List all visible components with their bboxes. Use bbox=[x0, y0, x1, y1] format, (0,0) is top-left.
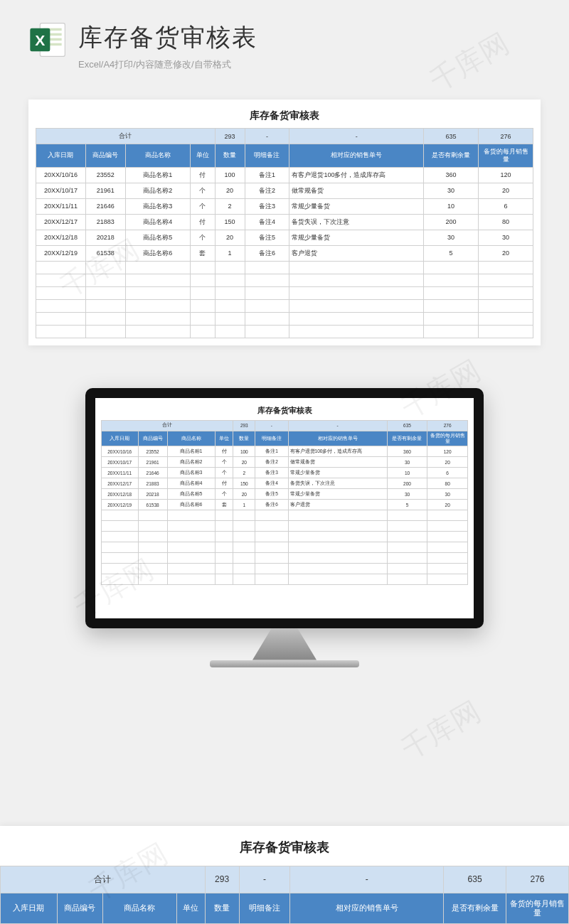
table-row: 20XX/11/1121646商品名称3个2备注3常规少量备货106 bbox=[102, 468, 468, 478]
cell-code: 20218 bbox=[138, 489, 167, 500]
cell-remain: 360 bbox=[424, 167, 479, 183]
table-row: 20XX/12/1721883商品名称4付150备注4备货失误，下次注意2008… bbox=[102, 478, 468, 489]
empty-row bbox=[102, 564, 468, 574]
h-name: 商品名称 bbox=[125, 144, 190, 168]
inventory-table-monitor: 合计 293 - - 635 276 入库日期 商品编号 商品名称 单位 数量 … bbox=[101, 420, 468, 586]
summary-sale: - bbox=[289, 129, 424, 144]
cell-date: 20XX/12/17 bbox=[36, 214, 86, 230]
cell-remain: 200 bbox=[424, 214, 479, 230]
sheet-title-monitor: 库存备货审核表 bbox=[101, 405, 468, 416]
cell-name: 商品名称5 bbox=[167, 489, 215, 500]
monitor-bezel: 库存备货审核表 合计 293 - - 635 276 入库日期 商品编号 商品名… bbox=[85, 388, 484, 628]
monitor-mockup: 库存备货审核表 合计 293 - - 635 276 入库日期 商品编号 商品名… bbox=[85, 388, 484, 667]
h-qty: 数量 bbox=[215, 144, 245, 168]
cell-note: 备注3 bbox=[255, 468, 288, 478]
cell-sale: 做常规备货 bbox=[288, 457, 387, 468]
cell-unit: 套 bbox=[190, 245, 215, 261]
cell-unit: 个 bbox=[215, 468, 233, 478]
empty-row bbox=[36, 325, 533, 338]
hero-header: X 库存备货审核表 Excel/A4打印/内容随意修改/自带格式 bbox=[0, 0, 569, 85]
empty-row bbox=[102, 510, 468, 521]
table-row: 20XX/10/1721961商品名称2个20备注2做常规备货3020 bbox=[102, 457, 468, 468]
empty-row bbox=[102, 542, 468, 553]
cell-name: 商品名称4 bbox=[167, 478, 215, 489]
cell-note: 备注6 bbox=[255, 500, 288, 510]
cell-qty: 20 bbox=[215, 230, 245, 245]
cell-monthly: 80 bbox=[479, 214, 533, 230]
table-row: 20XX/10/1623552商品名称1付100备注1有客户退货100多付，造成… bbox=[102, 446, 468, 457]
cell-unit: 个 bbox=[190, 230, 215, 245]
table-row: 20XX/11/1121646商品名称3个2备注3常规少量备货106 bbox=[36, 198, 533, 214]
cell-code: 21646 bbox=[85, 198, 125, 214]
cell-unit: 套 bbox=[215, 500, 233, 510]
cell-unit: 个 bbox=[215, 489, 233, 500]
cell-name: 商品名称2 bbox=[167, 457, 215, 468]
cell-monthly: 20 bbox=[427, 457, 468, 468]
cell-sale: 常规少量备货 bbox=[289, 230, 424, 245]
cell-name: 商品名称6 bbox=[167, 500, 215, 510]
empty-row bbox=[36, 274, 533, 286]
cell-note: 备注5 bbox=[245, 230, 289, 245]
cell-remain: 30 bbox=[424, 183, 479, 198]
cell-monthly: 20 bbox=[479, 245, 533, 261]
cell-sale: 做常规备货 bbox=[289, 183, 424, 198]
spreadsheet-card: 库存备货审核表 合计 293 - - 635 276 入库日期 商品编号 商品名… bbox=[28, 100, 541, 345]
cell-monthly: 20 bbox=[427, 500, 468, 510]
summary-remain: 635 bbox=[424, 129, 479, 144]
table-row: 20XX/12/1961538商品名称6套1备注6客户退货520 bbox=[102, 500, 468, 510]
cell-note: 备注4 bbox=[255, 478, 288, 489]
monitor-screen: 库存备货审核表 合计 293 - - 635 276 入库日期 商品编号 商品名… bbox=[95, 398, 474, 618]
table-row: 20XX/10/1721961商品名称2个20备注2做常规备货3020 bbox=[36, 183, 533, 198]
empty-row bbox=[36, 299, 533, 312]
cell-note: 备注4 bbox=[245, 214, 289, 230]
header-row: 入库日期 商品编号 商品名称 单位 数量 明细备注 相对应的销售单号 是否有剩余… bbox=[1, 893, 569, 923]
table-row: 20XX/12/1721883商品名称4付150备注4备货失误，下次注意2008… bbox=[36, 214, 533, 230]
cell-monthly: 30 bbox=[479, 230, 533, 245]
cell-unit: 付 bbox=[215, 478, 233, 489]
summary-note: - bbox=[245, 129, 289, 144]
cell-remain: 360 bbox=[387, 446, 427, 457]
summary-row: 合计 293 - - 635 276 bbox=[36, 129, 533, 144]
cell-note: 备注3 bbox=[245, 198, 289, 214]
cell-date: 20XX/12/18 bbox=[102, 489, 139, 500]
cell-monthly: 120 bbox=[479, 167, 533, 183]
cell-qty: 100 bbox=[233, 446, 255, 457]
cell-code: 23552 bbox=[138, 446, 167, 457]
empty-rows bbox=[36, 261, 533, 338]
cell-date: 20XX/12/19 bbox=[102, 500, 139, 510]
cell-code: 21646 bbox=[138, 468, 167, 478]
data-rows: 20XX/10/1623552商品名称1付100备注1有客户退货100多付，造成… bbox=[36, 167, 533, 261]
cell-sale: 有客户退货100多付，造成库存高 bbox=[289, 167, 424, 183]
cell-remain: 5 bbox=[424, 245, 479, 261]
cell-qty: 1 bbox=[233, 500, 255, 510]
cell-date: 20XX/10/16 bbox=[102, 446, 139, 457]
monitor-stand bbox=[252, 628, 317, 660]
cell-remain: 10 bbox=[424, 198, 479, 214]
cell-note: 备注5 bbox=[255, 489, 288, 500]
cell-qty: 1 bbox=[215, 245, 245, 261]
cell-code: 20218 bbox=[85, 230, 125, 245]
cell-date: 20XX/10/17 bbox=[36, 183, 86, 198]
summary-row: 合计 293 - - 635 276 bbox=[1, 866, 569, 893]
h-code: 商品编号 bbox=[85, 144, 125, 168]
cell-remain: 200 bbox=[387, 478, 427, 489]
data-rows: 20XX/10/1623552商品名称1付100备注1有客户退货100多付，造成… bbox=[102, 446, 468, 510]
cell-name: 商品名称6 bbox=[125, 245, 190, 261]
cell-name: 商品名称1 bbox=[125, 167, 190, 183]
cell-note: 备注6 bbox=[245, 245, 289, 261]
cell-date: 20XX/11/11 bbox=[102, 468, 139, 478]
page-subtitle: Excel/A4打印/内容随意修改/自带格式 bbox=[78, 58, 541, 71]
cell-qty: 100 bbox=[215, 167, 245, 183]
cell-date: 20XX/12/17 bbox=[102, 478, 139, 489]
summary-monthly: 276 bbox=[479, 129, 533, 144]
h-unit: 单位 bbox=[190, 144, 215, 168]
page-title: 库存备货审核表 bbox=[78, 21, 541, 54]
cell-monthly: 20 bbox=[479, 183, 533, 198]
cell-qty: 20 bbox=[233, 457, 255, 468]
cell-name: 商品名称3 bbox=[167, 468, 215, 478]
cell-code: 21883 bbox=[138, 478, 167, 489]
table-row: 20XX/12/1961538商品名称6套1备注6客户退货520 bbox=[36, 245, 533, 261]
empty-row bbox=[36, 261, 533, 274]
empty-row bbox=[102, 553, 468, 564]
cell-unit: 个 bbox=[215, 457, 233, 468]
